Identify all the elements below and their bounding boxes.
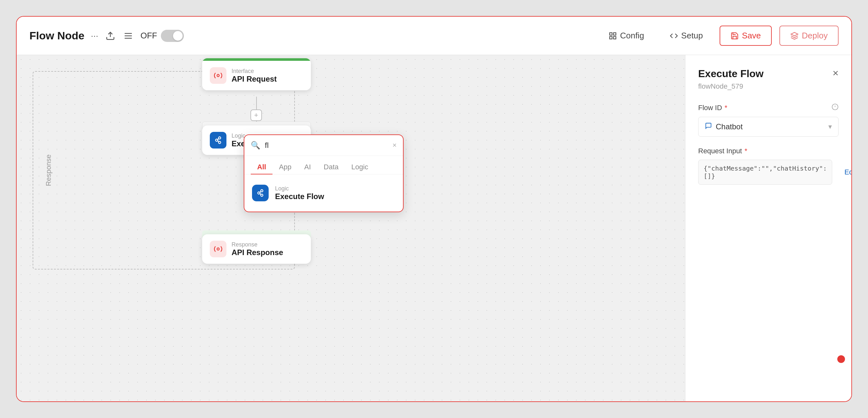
clear-icon[interactable]: × (393, 141, 397, 149)
panel-title: Execute Flow (698, 68, 764, 80)
svg-line-12 (218, 138, 218, 140)
tab-logic[interactable]: Logic (345, 160, 375, 174)
svg-point-8 (217, 74, 219, 77)
svg-point-16 (261, 190, 263, 192)
search-dropdown: 🔍 × All App AI Data Logic (244, 135, 404, 212)
svg-point-10 (218, 137, 221, 139)
toggle-label: OFF (141, 31, 157, 41)
top-bar-left: Flow Node ··· OFF (29, 29, 184, 42)
add-node-button-top[interactable]: + (250, 110, 262, 121)
save-label: Save (742, 31, 761, 41)
result-text: Logic Execute Flow (275, 185, 324, 201)
deploy-button[interactable]: Deploy (779, 26, 839, 46)
top-bar: Flow Node ··· OFF (17, 17, 851, 55)
logic-node-icon (210, 132, 226, 149)
response-category: Response (231, 241, 283, 248)
list-icon[interactable] (123, 30, 134, 41)
setup-label: Setup (681, 31, 703, 41)
red-dot-indicator (837, 355, 845, 363)
response-node[interactable]: Response API Response (202, 234, 311, 264)
flow-id-required: * (725, 104, 727, 112)
chatbot-icon (705, 122, 712, 131)
search-result-item[interactable]: Logic Execute Flow (244, 180, 403, 206)
page-title: Flow Node (29, 29, 85, 42)
config-label: Config (620, 31, 644, 41)
flow-id-select[interactable]: Chatbot ▾ (698, 117, 839, 137)
request-input-required: * (745, 147, 747, 155)
power-toggle[interactable] (161, 30, 184, 42)
request-input-row: {"chatMessage":"","chatHistory":[]} Edit (698, 160, 839, 185)
response-node-text: Response API Response (231, 241, 283, 257)
main-container: Flow Node ··· OFF (16, 16, 852, 402)
node-inner: Response API Response (202, 234, 311, 264)
right-panel: Execute Flow × flowNode_579 Flow ID * Ch… (685, 55, 851, 401)
upload-icon[interactable] (104, 30, 116, 41)
response-name: API Response (231, 248, 283, 257)
svg-line-19 (260, 193, 261, 195)
result-category: Logic (275, 185, 324, 192)
interface-category: Interface (231, 68, 277, 74)
svg-line-13 (218, 140, 218, 142)
save-button[interactable]: Save (720, 26, 772, 46)
svg-point-17 (261, 194, 263, 197)
close-button[interactable]: × (833, 68, 839, 78)
search-results: Logic Execute Flow (244, 174, 403, 212)
search-input[interactable] (265, 141, 388, 150)
svg-point-9 (216, 139, 218, 142)
deploy-label: Deploy (802, 31, 828, 41)
result-icon (252, 185, 269, 201)
result-name: Execute Flow (275, 192, 324, 201)
svg-point-15 (258, 192, 260, 194)
svg-point-11 (218, 142, 221, 144)
tab-ai[interactable]: AI (298, 160, 317, 174)
info-icon (832, 103, 839, 112)
flow-id-label: Flow ID * (698, 103, 839, 112)
search-input-row: 🔍 × (244, 135, 403, 156)
interface-node-icon (210, 67, 226, 84)
tab-all[interactable]: All (251, 160, 273, 174)
panel-subtitle: flowNode_579 (698, 82, 839, 91)
request-input-label: Request Input * (698, 147, 839, 155)
svg-line-18 (260, 191, 261, 193)
interface-node-text: Interface API Request (231, 68, 277, 84)
svg-rect-6 (610, 36, 612, 39)
search-tabs: All App AI Data Logic (244, 156, 403, 174)
svg-rect-4 (610, 33, 612, 35)
svg-rect-5 (613, 33, 616, 35)
setup-button[interactable]: Setup (661, 26, 712, 45)
response-node-icon (210, 241, 226, 257)
canvas-area[interactable]: Response Interface API Request (17, 55, 711, 401)
dashed-box-label: Response (44, 154, 53, 186)
toggle-container: OFF (141, 30, 184, 42)
more-menu-icon[interactable]: ··· (91, 31, 98, 41)
tab-app[interactable]: App (273, 160, 298, 174)
config-button[interactable]: Config (600, 26, 653, 45)
interface-node[interactable]: Interface API Request (202, 58, 311, 90)
node-green-bar (202, 58, 311, 61)
chevron-down-icon: ▾ (828, 123, 832, 131)
search-icon: 🔍 (251, 141, 260, 150)
flow-id-value: Chatbot (716, 122, 825, 131)
svg-point-14 (217, 248, 219, 250)
tab-data[interactable]: Data (317, 160, 345, 174)
node-inner: Interface API Request (202, 61, 311, 90)
request-input-value: {"chatMessage":"","chatHistory":[]} (698, 160, 832, 185)
top-bar-right: Config Setup Save (600, 26, 839, 46)
svg-rect-7 (613, 36, 616, 39)
interface-name: API Request (231, 74, 277, 84)
edit-button[interactable]: Edit (837, 164, 851, 180)
panel-header: Execute Flow × (698, 68, 839, 80)
